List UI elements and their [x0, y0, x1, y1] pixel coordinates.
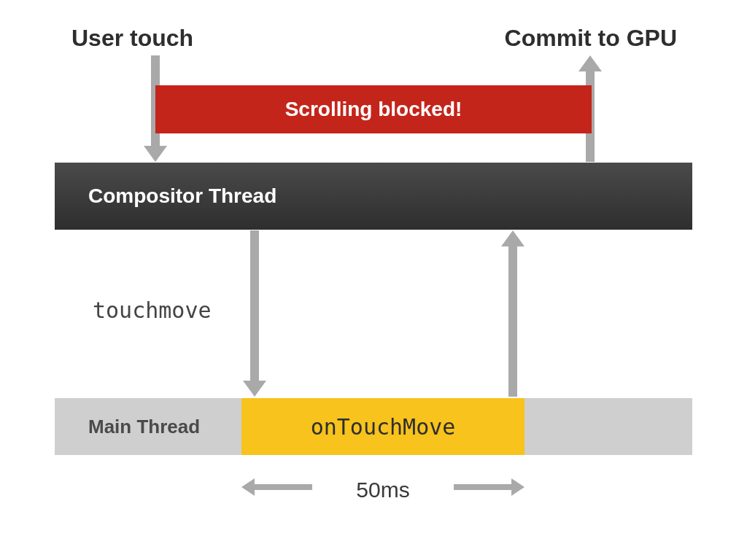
on-touchmove-label: onTouchMove [311, 414, 456, 440]
touchmove-event-label: touchmove [93, 298, 212, 323]
arrow-result-up-icon [501, 230, 525, 397]
diagram-stage: User touch Commit to GPU Scrolling block… [0, 0, 747, 560]
compositor-thread-label: Compositor Thread [88, 184, 276, 208]
scrolling-blocked-text: Scrolling blocked! [285, 98, 462, 121]
label-commit-gpu: Commit to GPU [505, 25, 677, 52]
main-thread-lane: Main Thread onTouchMove [55, 398, 692, 455]
label-user-touch: User touch [71, 25, 193, 52]
arrow-touchmove-down-icon [243, 230, 266, 397]
duration-text: 50ms [356, 478, 409, 502]
main-thread-label: Main Thread [88, 398, 200, 455]
scrolling-blocked-banner: Scrolling blocked! [155, 85, 592, 133]
on-touchmove-task: onTouchMove [241, 398, 525, 455]
duration-right-arrow-icon [441, 472, 525, 502]
compositor-thread-lane: Compositor Thread [55, 163, 692, 230]
